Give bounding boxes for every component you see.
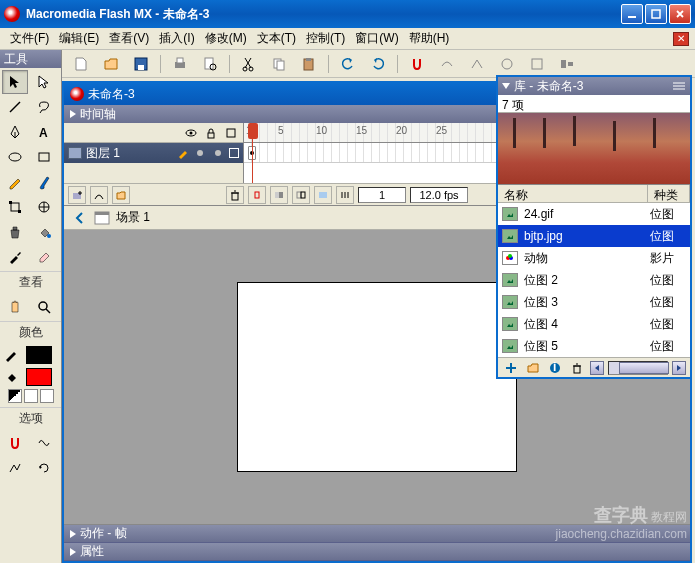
pen-tool[interactable]	[2, 120, 28, 144]
straighten-option[interactable]	[2, 456, 28, 480]
smooth-option[interactable]	[31, 431, 57, 455]
properties-button[interactable]: i	[546, 360, 564, 376]
smooth-button[interactable]	[436, 53, 458, 75]
maximize-button[interactable]	[645, 4, 667, 24]
default-colors-button[interactable]	[8, 389, 22, 403]
outline-icon[interactable]	[225, 127, 237, 139]
print-button[interactable]	[169, 53, 191, 75]
save-button[interactable]	[130, 53, 152, 75]
menu-help[interactable]: 帮助(H)	[405, 28, 454, 49]
scale-button[interactable]	[526, 53, 548, 75]
brush-tool[interactable]	[31, 170, 57, 194]
menu-window[interactable]: 窗口(W)	[351, 28, 402, 49]
collapse-icon[interactable]	[70, 548, 76, 556]
copy-button[interactable]	[268, 53, 290, 75]
zoom-tool[interactable]	[31, 295, 57, 319]
hand-tool[interactable]	[2, 295, 28, 319]
panel-menu-icon[interactable]	[672, 81, 686, 91]
subselect-tool[interactable]	[31, 70, 57, 94]
scrollbar[interactable]	[608, 361, 668, 375]
text-tool[interactable]: A	[31, 120, 57, 144]
outline-box[interactable]	[229, 148, 239, 158]
library-item[interactable]: 位图 5位图	[498, 335, 690, 357]
library-item[interactable]: 24.gif位图	[498, 203, 690, 225]
rectangle-tool[interactable]	[31, 145, 57, 169]
rotate-option[interactable]	[31, 456, 57, 480]
library-item[interactable]: bjtp.jpg位图	[498, 225, 690, 247]
library-item[interactable]: 动物影片	[498, 247, 690, 269]
eye-icon[interactable]	[185, 127, 197, 139]
collapse-icon[interactable]	[70, 530, 76, 538]
menu-edit[interactable]: 编辑(E)	[55, 28, 103, 49]
cut-button[interactable]	[238, 53, 260, 75]
swap-colors-button[interactable]	[40, 389, 54, 403]
menu-control[interactable]: 控制(T)	[302, 28, 349, 49]
arrow-tool[interactable]	[2, 70, 28, 94]
minimize-button[interactable]	[621, 4, 643, 24]
ink-bottle-tool[interactable]	[2, 220, 28, 244]
line-tool[interactable]	[2, 95, 28, 119]
library-header[interactable]: 库 - 未命名-3	[498, 77, 690, 95]
menu-text[interactable]: 文本(T)	[253, 28, 300, 49]
collapse-icon[interactable]	[70, 110, 76, 118]
library-item[interactable]: 位图 2位图	[498, 269, 690, 291]
scroll-right-button[interactable]	[672, 361, 686, 375]
eraser-tool[interactable]	[31, 245, 57, 269]
scene-label[interactable]: 场景 1	[116, 209, 150, 226]
paint-bucket-tool[interactable]	[31, 220, 57, 244]
oval-tool[interactable]	[2, 145, 28, 169]
library-item[interactable]: 位图 4位图	[498, 313, 690, 335]
onion-outline-button[interactable]	[292, 186, 310, 204]
center-frame-button[interactable]	[248, 186, 266, 204]
visible-dot[interactable]	[197, 150, 203, 156]
onion-skin-button[interactable]	[270, 186, 288, 204]
collapse-icon[interactable]	[502, 83, 510, 89]
lock-dot[interactable]	[215, 150, 221, 156]
free-transform-tool[interactable]	[2, 195, 28, 219]
col-name[interactable]: 名称	[498, 185, 648, 202]
pencil-tool[interactable]	[2, 170, 28, 194]
close-button[interactable]	[669, 4, 691, 24]
fill-color-swatch[interactable]	[26, 368, 52, 386]
lock-icon[interactable]	[205, 127, 217, 139]
onion-markers-button[interactable]	[336, 186, 354, 204]
menu-modify[interactable]: 修改(M)	[201, 28, 251, 49]
new-symbol-button[interactable]	[502, 360, 520, 376]
close-document-button[interactable]: ✕	[673, 32, 689, 46]
new-folder-button[interactable]	[524, 360, 542, 376]
no-color-button[interactable]	[24, 389, 38, 403]
snap-button[interactable]	[406, 53, 428, 75]
add-folder-button[interactable]	[112, 186, 130, 204]
edit-multiple-button[interactable]	[314, 186, 332, 204]
eyedropper-tool[interactable]	[2, 245, 28, 269]
fill-transform-tool[interactable]	[31, 195, 57, 219]
new-button[interactable]	[70, 53, 92, 75]
paste-button[interactable]	[298, 53, 320, 75]
stage[interactable]	[237, 282, 517, 472]
straighten-button[interactable]	[466, 53, 488, 75]
scroll-left-button[interactable]	[590, 361, 604, 375]
print-preview-button[interactable]	[199, 53, 221, 75]
back-icon[interactable]	[72, 210, 88, 226]
properties-panel-header[interactable]: 属性	[64, 543, 690, 561]
add-layer-button[interactable]	[68, 186, 86, 204]
col-type[interactable]: 种类	[648, 185, 690, 202]
stroke-color-swatch[interactable]	[26, 346, 52, 364]
delete-layer-button[interactable]	[226, 186, 244, 204]
scroll-thumb[interactable]	[619, 362, 669, 374]
open-button[interactable]	[100, 53, 122, 75]
menu-view[interactable]: 查看(V)	[105, 28, 153, 49]
layer-row[interactable]: 图层 1	[64, 143, 243, 163]
menu-file[interactable]: 文件(F)	[6, 28, 53, 49]
playhead[interactable]	[248, 123, 258, 183]
snap-option[interactable]	[2, 431, 28, 455]
undo-button[interactable]	[337, 53, 359, 75]
delete-button[interactable]	[568, 360, 586, 376]
redo-button[interactable]	[367, 53, 389, 75]
menu-insert[interactable]: 插入(I)	[155, 28, 198, 49]
library-item[interactable]: 位图 3位图	[498, 291, 690, 313]
rotate-button[interactable]	[496, 53, 518, 75]
add-guide-button[interactable]	[90, 186, 108, 204]
align-button[interactable]	[556, 53, 578, 75]
actions-panel-header[interactable]: 动作 - 帧	[64, 525, 690, 543]
